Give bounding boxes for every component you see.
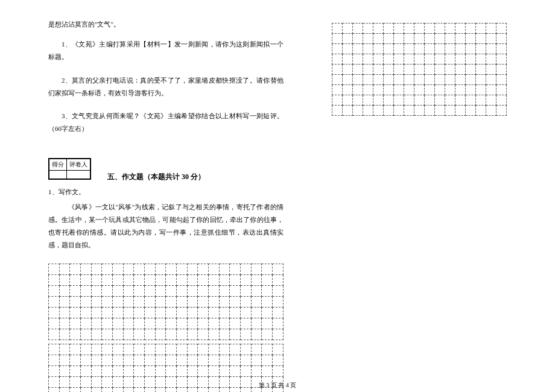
grid-cell (102, 365, 113, 376)
grid-cell (394, 24, 404, 34)
grid-cell (476, 75, 486, 85)
grid-cell (113, 274, 124, 285)
grid-cell (166, 329, 177, 340)
grid-cell (332, 34, 343, 44)
grid-cell (394, 65, 404, 75)
grid-cell (332, 75, 343, 85)
grid-cell (373, 75, 384, 85)
grid-cell (496, 65, 507, 75)
grid-cell (145, 264, 156, 274)
grid-cell (209, 318, 220, 329)
grid-cell (251, 344, 262, 355)
grid-cell (241, 344, 252, 355)
grid-cell (145, 365, 156, 376)
grid-cell (353, 85, 363, 95)
grid-cell (394, 106, 404, 116)
answer-grid-right (332, 23, 507, 116)
grid-cell (262, 296, 273, 307)
grid-cell (353, 106, 363, 116)
grid-cell (113, 307, 124, 318)
grid-cell (187, 285, 198, 296)
grid-cell (394, 75, 404, 85)
grid-cell (251, 296, 262, 307)
grid-cell (251, 285, 262, 296)
grid-cell (198, 296, 209, 307)
grid-cell (91, 264, 102, 274)
grid-cell (414, 85, 425, 95)
grid-cell (113, 365, 124, 376)
grid-cell (230, 296, 241, 307)
grid-cell (486, 34, 496, 44)
grid-cell (102, 318, 113, 329)
grid-cell (113, 264, 124, 274)
grid-cell (198, 365, 209, 376)
grid-cell (134, 344, 145, 355)
grid-cell (177, 365, 188, 376)
grid-cell (177, 344, 188, 355)
grid-cell (166, 264, 177, 274)
grid-cell (145, 329, 156, 340)
score-cell (49, 171, 67, 179)
grid-cell (145, 355, 156, 365)
grid-cell (404, 95, 414, 106)
grid-cell (273, 274, 284, 285)
grid-cell (476, 106, 486, 116)
grid-cell (455, 85, 466, 95)
grid-cell (332, 54, 343, 65)
grid-cell (70, 296, 81, 307)
grid-cell (70, 307, 81, 318)
grid-cell (241, 264, 252, 274)
grid-cell (81, 296, 92, 307)
grid-cell (251, 329, 262, 340)
grid-cell (486, 44, 496, 54)
grid-cell (384, 34, 394, 44)
grader-label: 评卷人 (67, 159, 90, 171)
grid-cell (466, 106, 476, 116)
grid-cell (177, 307, 188, 318)
grid-cell (198, 355, 209, 365)
grid-cell (394, 85, 404, 95)
grid-cell (134, 274, 145, 285)
grid-cell (70, 365, 81, 376)
grid-cell (59, 296, 70, 307)
grid-cell (49, 285, 60, 296)
grid-cell (230, 274, 241, 285)
grid-cell (81, 355, 92, 365)
grid-cell (332, 24, 343, 34)
grid-cell (81, 329, 92, 340)
grid-cell (230, 344, 241, 355)
grid-cell (486, 75, 496, 85)
grid-cell (91, 296, 102, 307)
grid-cell (373, 95, 384, 106)
grid-cell (363, 85, 373, 95)
grid-cell (455, 75, 466, 85)
grid-cell (134, 329, 145, 340)
grid-cell (455, 65, 466, 75)
grid-cell (198, 307, 209, 318)
grid-cell (166, 285, 177, 296)
grid-cell (166, 355, 177, 365)
score-box: 得分 评卷人 (48, 158, 91, 180)
grid-cell (414, 95, 425, 106)
grid-cell (241, 355, 252, 365)
grid-cell (343, 106, 353, 116)
grid-cell (198, 344, 209, 355)
grid-cell (230, 307, 241, 318)
grid-cell (455, 95, 466, 106)
grid-cell (70, 329, 81, 340)
grid-cell (414, 34, 425, 44)
grid-cell (230, 285, 241, 296)
grid-cell (476, 85, 486, 95)
grid-cell (425, 85, 435, 95)
grid-cell (230, 264, 241, 274)
grid-cell (466, 24, 476, 34)
grid-cell (241, 365, 252, 376)
grid-cell (476, 34, 486, 44)
grid-cell (404, 44, 414, 54)
grid-cell (414, 75, 425, 85)
grid-cell (70, 264, 81, 274)
grid-cell (219, 344, 230, 355)
grid-cell (123, 355, 134, 365)
grid-cell (445, 75, 455, 85)
grid-cell (70, 274, 81, 285)
